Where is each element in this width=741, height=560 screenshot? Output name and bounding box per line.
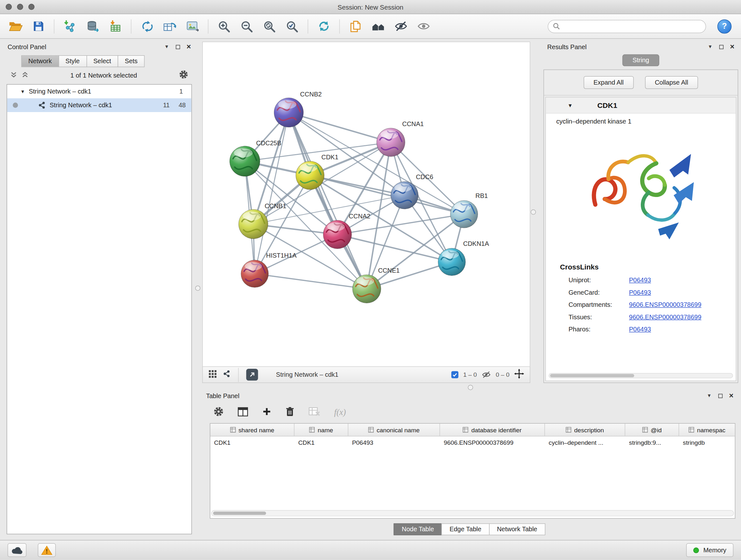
compartments-link[interactable]: 9606.ENSP00000378699 [629, 301, 701, 308]
collapse-all-icon[interactable] [10, 71, 17, 79]
table-cell[interactable]: CDK1 [210, 439, 294, 446]
close-panel-icon[interactable]: × [729, 392, 733, 400]
delete-column-icon[interactable] [285, 407, 294, 419]
network-icon[interactable] [222, 370, 230, 380]
home-view-button[interactable] [369, 17, 387, 35]
tab-select[interactable]: Select [86, 55, 118, 67]
close-panel-icon[interactable]: × [730, 43, 734, 51]
close-window-button[interactable] [6, 4, 12, 10]
open-session-button[interactable] [7, 17, 24, 35]
network-node-CCNB1[interactable] [239, 209, 268, 239]
close-panel-icon[interactable]: × [186, 43, 191, 51]
splitter-handle[interactable] [468, 385, 473, 390]
column-header[interactable]: name [294, 424, 348, 436]
table-cell[interactable]: stringdb [679, 439, 735, 446]
table-cell[interactable]: stringdb:9... [625, 439, 679, 446]
table-cell[interactable]: cyclin–dependent ... [545, 439, 625, 446]
zoom-selected-button[interactable] [283, 17, 301, 35]
network-node-RB1[interactable] [450, 200, 478, 228]
cloud-button[interactable] [8, 543, 26, 557]
float-panel-icon[interactable] [176, 43, 180, 50]
tab-style[interactable]: Style [58, 55, 87, 67]
column-header[interactable]: canonical name [348, 424, 440, 436]
panel-menu-icon[interactable]: ▼ [708, 44, 713, 49]
zoom-fit-button[interactable] [260, 17, 278, 35]
network-edge[interactable] [255, 112, 289, 273]
column-header[interactable]: @id [625, 424, 679, 436]
expand-all-icon[interactable] [22, 71, 28, 79]
table-cell[interactable]: CDK1 [294, 439, 348, 446]
column-header[interactable]: namespac [679, 424, 735, 436]
import-table-button[interactable] [106, 17, 124, 35]
show-button[interactable] [414, 17, 432, 35]
column-header[interactable]: shared name [210, 424, 294, 436]
show-columns-icon[interactable] [238, 407, 248, 418]
network-edge[interactable] [289, 112, 391, 142]
selected-checkbox-icon[interactable] [451, 371, 458, 378]
network-canvas[interactable]: CCNB2CCNA1CDC25BCDK1CDC6RB1CCNB1CCNA2CDK… [202, 42, 530, 367]
hide-unhide-button[interactable] [392, 17, 410, 35]
table-horizontal-scrollbar[interactable] [211, 510, 734, 516]
collapse-all-button[interactable]: Collapse All [645, 76, 698, 89]
network-options-gear-icon[interactable] [179, 70, 188, 80]
column-header[interactable]: database identifier [440, 424, 545, 436]
pharos-link[interactable]: P06493 [629, 326, 651, 333]
expand-all-button[interactable]: Expand All [584, 76, 634, 89]
detach-view-button[interactable] [246, 369, 258, 381]
network-collection-row[interactable]: ▼ String Network – cdk1 1 [7, 84, 192, 98]
network-node-CDKN1A[interactable] [438, 248, 466, 275]
float-panel-icon[interactable] [718, 392, 722, 399]
pan-move-icon[interactable] [514, 369, 524, 381]
grid-view-icon[interactable] [208, 369, 217, 380]
protein-section-header[interactable]: ▼ CDK1 [546, 98, 736, 113]
zoom-window-button[interactable] [28, 4, 35, 10]
scrollbar-thumb[interactable] [550, 374, 634, 377]
network-node-CDC25B[interactable] [230, 146, 260, 177]
table-settings-gear-icon[interactable] [213, 407, 223, 419]
network-node-CCNB2[interactable] [274, 98, 304, 127]
network-edge[interactable] [289, 112, 367, 289]
column-header[interactable]: description [545, 424, 625, 436]
network-node-CCNA1[interactable] [377, 128, 405, 157]
network-edge[interactable] [310, 175, 464, 214]
tab-network-table[interactable]: Network Table [489, 523, 545, 535]
results-scrollbar[interactable] [549, 373, 733, 378]
caret-down-icon[interactable]: ▼ [20, 89, 25, 94]
refresh-button[interactable] [315, 17, 333, 35]
save-session-button[interactable] [29, 17, 47, 35]
network-node-HIST1H1A[interactable] [241, 260, 268, 287]
string-results-tab[interactable]: String [623, 54, 659, 66]
memory-button[interactable]: Memory [686, 543, 734, 557]
add-column-icon[interactable] [262, 407, 271, 418]
warnings-button[interactable] [38, 543, 56, 557]
table-row[interactable]: CDK1 CDK1 P06493 9606.ENSP00000378699 cy… [210, 436, 735, 449]
import-network-file-button[interactable] [61, 17, 79, 35]
function-builder-button[interactable]: f(x) [334, 408, 346, 418]
tissues-link[interactable]: 9606.ENSP00000378699 [629, 313, 701, 320]
minimize-window-button[interactable] [17, 4, 23, 10]
network-node-CDK1[interactable] [296, 161, 324, 190]
float-panel-icon[interactable] [719, 43, 723, 50]
network-row-selected[interactable]: String Network – cdk1 11 48 [7, 98, 192, 112]
network-node-CCNA2[interactable] [323, 220, 352, 249]
panel-menu-icon[interactable]: ▼ [164, 44, 169, 49]
tab-edge-table[interactable]: Edge Table [441, 523, 489, 535]
splitter-handle[interactable] [531, 209, 536, 214]
delete-table-icon-disabled[interactable] [309, 407, 320, 418]
zoom-out-button[interactable] [238, 17, 256, 35]
network-node-CCNE1[interactable] [353, 274, 381, 303]
tab-network[interactable]: Network [21, 55, 59, 67]
table-cell[interactable]: P06493 [348, 439, 440, 446]
tab-node-table[interactable]: Node Table [394, 523, 442, 535]
uniprot-link[interactable]: P06493 [629, 276, 651, 284]
genecard-link[interactable]: P06493 [629, 289, 651, 296]
clone-network-button[interactable] [138, 17, 156, 35]
caret-down-icon[interactable]: ▼ [568, 103, 573, 108]
zoom-in-button[interactable] [215, 17, 233, 35]
network-from-table-button[interactable] [160, 17, 179, 35]
splitter-handle[interactable] [195, 286, 200, 291]
help-button[interactable]: ? [718, 19, 731, 33]
duplicate-document-button[interactable] [346, 17, 364, 35]
panel-menu-icon[interactable]: ▼ [707, 393, 712, 398]
scrollbar-thumb[interactable] [213, 511, 266, 515]
